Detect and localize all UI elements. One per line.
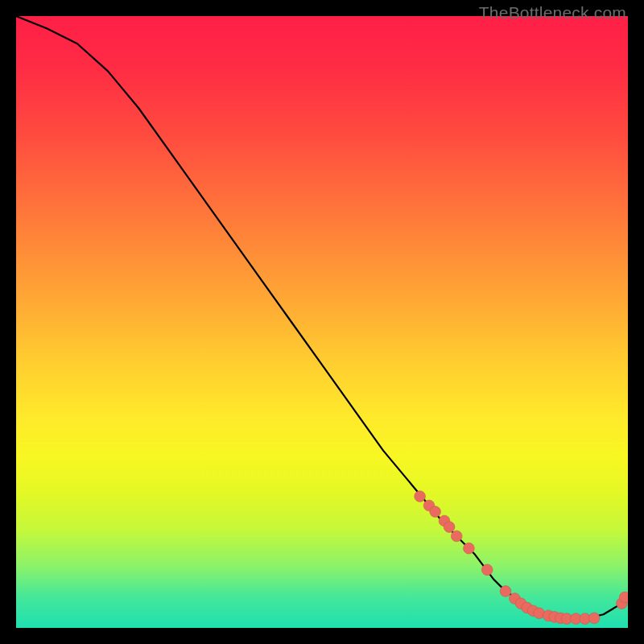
scatter-points	[415, 491, 628, 625]
data-point	[430, 506, 441, 518]
bottleneck-curve	[16, 16, 628, 619]
data-point	[415, 491, 426, 502]
chart-overlay	[16, 16, 628, 628]
data-point	[619, 592, 628, 603]
data-point	[464, 543, 475, 554]
data-point	[481, 564, 493, 576]
data-point	[451, 530, 462, 542]
chart-container: TheBottleneck.com	[0, 0, 644, 644]
data-point	[444, 522, 455, 533]
watermark-text: TheBottleneck.com	[479, 3, 626, 23]
data-point	[500, 586, 511, 597]
data-point	[588, 613, 600, 624]
